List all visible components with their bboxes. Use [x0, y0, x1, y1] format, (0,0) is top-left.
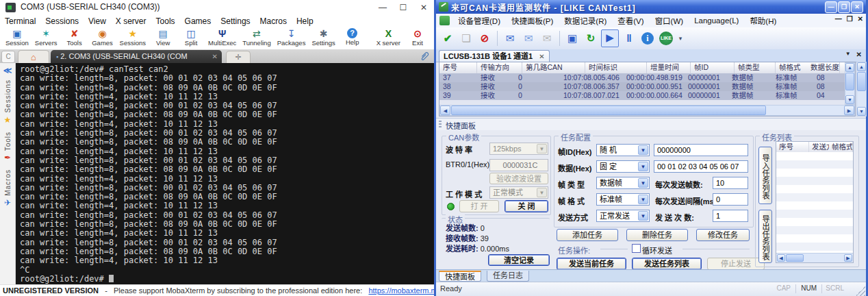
sidebar-collapse-button[interactable]: ≪	[0, 63, 15, 79]
tunneling-button[interactable]: ⇄Tunneling	[242, 28, 270, 47]
maximize-button[interactable]: ❐	[838, 1, 850, 13]
tab-dropdown-icon[interactable]: ▼	[845, 51, 851, 58]
task-list-header-cell[interactable]: 序号	[776, 142, 809, 152]
modify-task-button[interactable]: 修改任务	[696, 229, 750, 241]
table-row[interactable]: 37接收010:07:08.005.40600:00:00.498.919000…	[439, 73, 845, 82]
send-stop-icon[interactable]: ✉	[539, 30, 555, 47]
sidebar-item-tools[interactable]: Tools ✒	[0, 132, 15, 162]
menu-item[interactable]: Settings	[216, 16, 255, 26]
close-button[interactable]: ✕	[851, 1, 863, 13]
task-list-header-cell[interactable]: 发送方式	[809, 142, 829, 152]
vscroll-thumb[interactable]	[857, 72, 866, 91]
panel-grip-handle[interactable]	[439, 121, 442, 129]
menu-item[interactable]: X server	[111, 16, 151, 26]
vscroll-thumb[interactable]	[845, 73, 854, 90]
task-list-header-cell[interactable]: 帧格式	[829, 142, 853, 152]
channel-tab[interactable]: LCUSB-131B 设备1 通道1 ✕	[439, 50, 550, 62]
terminal-output[interactable]: root@g2liot:/dev# canTest can2can write:…	[16, 63, 434, 284]
frame-grid[interactable]: 序号传输方向第几路CAN时间标识增量时间帧ID帧类型帧格式数据长度 37接收01…	[439, 62, 856, 116]
menu-view[interactable]: 查看(V)	[612, 15, 649, 26]
add-task-button[interactable]: 添加任务	[557, 229, 618, 241]
menu-device-management[interactable]: 设备管理(D)	[452, 15, 506, 26]
scroll-right-icon[interactable]: ▶	[844, 254, 852, 262]
interval-input[interactable]: 0	[713, 193, 748, 206]
export-task-list-button[interactable]: 导出任务列表	[758, 210, 772, 263]
send-current-task-button[interactable]: 发送当前任务	[557, 258, 626, 270]
view-button[interactable]: ▤View	[152, 28, 174, 47]
info-icon[interactable]: i	[641, 32, 654, 45]
menu-data-record[interactable]: 数据记录(R)	[559, 15, 612, 26]
task-list-table[interactable]: 序号发送方式帧格式 ◀ ▶	[776, 141, 854, 263]
maximize-button[interactable]: ☐	[393, 0, 413, 15]
data-input[interactable]: 00 01 02 03 04 05 06 07	[654, 160, 748, 173]
grid-header-cell[interactable]: 第几路CAN	[522, 62, 585, 73]
grid-header-cell[interactable]: 增量时间	[647, 62, 691, 73]
mdi-minimize-button[interactable]: —	[835, 15, 842, 23]
grid-header-cell[interactable]: 帧格式	[776, 62, 807, 73]
frame-id-mode-select[interactable]: 随 机▼	[596, 144, 650, 156]
home-tab[interactable]: ⌂	[18, 50, 49, 64]
scroll-up-icon[interactable]: ▲	[857, 62, 866, 71]
split-button[interactable]: ◫Split	[180, 28, 202, 47]
close-button[interactable]: ✕	[413, 0, 434, 15]
scroll-up-icon[interactable]: ▲	[845, 63, 854, 72]
menu-item[interactable]: View	[84, 16, 111, 26]
device-reset-icon[interactable]: ⊘	[476, 30, 493, 47]
menu-quick-panel[interactable]: 快捷面板(P)	[506, 15, 559, 26]
new-tab-button[interactable]: ✛	[226, 51, 251, 64]
tab-task-log[interactable]: 任务日志	[487, 271, 529, 282]
send-task-list-button[interactable]: 发送任务列表	[632, 258, 702, 270]
help-button[interactable]: ?Help	[342, 28, 363, 46]
titlebar[interactable]: COM3 (USB-SERIAL CH340 (COM3)) — ☐ ✕	[0, 0, 434, 16]
delete-task-button[interactable]: 删除任务	[626, 229, 688, 241]
menu-item[interactable]: Macros	[255, 16, 292, 26]
attachment-icon[interactable]	[419, 51, 430, 62]
grid-header-cell[interactable]: 时间标识	[585, 62, 647, 73]
save-record-icon[interactable]: ▣	[564, 30, 580, 47]
toolbar-overflow-icon[interactable]: ▾	[676, 30, 685, 47]
frame-type-select[interactable]: 数据帧▼	[596, 177, 650, 189]
scroll-left-icon[interactable]: ◀	[777, 254, 785, 262]
send-count-input[interactable]: 1	[713, 210, 748, 222]
grid-header-cell[interactable]: 序号	[439, 62, 477, 73]
pause-monitor-icon[interactable]: ‖	[621, 30, 637, 47]
minimize-button[interactable]: —	[372, 0, 393, 15]
grid-vscrollbar[interactable]: ▲ ▼	[845, 62, 855, 105]
scroll-down-icon[interactable]: ▼	[857, 107, 866, 116]
scroll-left-icon[interactable]: ◀	[440, 106, 450, 115]
send-file-icon[interactable]: ✉	[520, 30, 537, 47]
hscroll-thumb[interactable]	[451, 106, 766, 115]
menu-item[interactable]: Sessions	[40, 16, 84, 26]
tab-scroll-button[interactable]: C	[1, 51, 15, 63]
scroll-right-icon[interactable]: ▶	[844, 106, 854, 115]
device-close-icon[interactable]: ❏	[458, 30, 474, 47]
grid-header-cell[interactable]: 传输方向	[477, 62, 522, 73]
mdi-restore-button[interactable]: ❐	[847, 15, 853, 23]
hscroll-thumb[interactable]	[786, 254, 804, 262]
multiexec-button[interactable]: ΨMultiExec	[208, 28, 236, 47]
menu-item[interactable]: Help	[292, 16, 318, 26]
send-mode-select[interactable]: 正常发送▼	[596, 210, 650, 222]
session-button[interactable]: ▣Session	[5, 28, 29, 47]
grid-header-cell[interactable]: 数据长度	[807, 62, 840, 73]
table-row[interactable]: 39接收010:07:08.007.02100:00:00.000.664000…	[439, 91, 845, 100]
menu-language[interactable]: Language(L)	[689, 16, 744, 25]
settings-button[interactable]: ✱Settings	[311, 28, 335, 47]
minimize-button[interactable]: —	[825, 1, 837, 13]
menu-item[interactable]: Games	[180, 16, 216, 26]
refresh-icon[interactable]: ↻	[583, 30, 599, 47]
servers-button[interactable]: ✶Servers	[35, 28, 58, 47]
scroll-down-icon[interactable]: ▼	[845, 95, 854, 104]
mdi-close-button[interactable]: ✕	[858, 15, 863, 23]
table-row[interactable]: 38接收010:07:08.006.35700:00:00.000.951000…	[439, 82, 845, 91]
task-list-hscrollbar[interactable]: ◀ ▶	[776, 253, 853, 262]
grid-header-cell[interactable]: 帧类型	[735, 62, 776, 73]
resize-grip[interactable]	[856, 286, 865, 296]
start-monitor-icon[interactable]: ▶	[601, 29, 619, 47]
menu-window[interactable]: 窗口(W)	[650, 15, 689, 26]
menu-item[interactable]: Tools	[151, 16, 180, 26]
titlebar[interactable]: 来可CAN卡通用监测软件 - [LIKE CANTest1] — ❐ ✕	[436, 0, 866, 14]
tabbar-close-icon[interactable]: ✕	[856, 51, 862, 58]
grid-hscrollbar[interactable]: ◀ ▶	[439, 105, 855, 116]
sidebar-item-sessions[interactable]: Sessions ★	[0, 79, 15, 125]
